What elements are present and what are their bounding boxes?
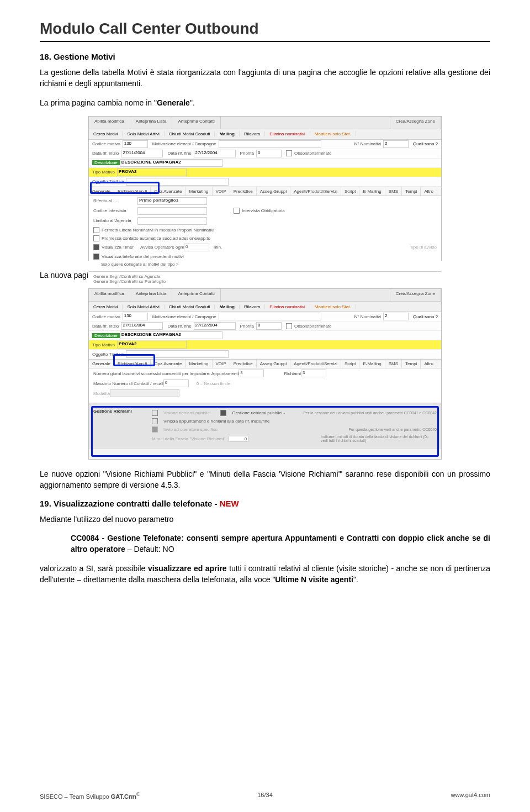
- btn-chiudi-scaduti[interactable]: Chiudi Motivi Scaduti: [165, 131, 215, 136]
- tab[interactable]: Anteprima Contatti: [172, 117, 220, 129]
- btn-mailing[interactable]: Mailing: [215, 131, 240, 136]
- screenshot-richiami: Abilita modifica Anteprima Lista Antepri…: [88, 288, 442, 460]
- tab[interactable]: Abilita modifica: [89, 289, 130, 301]
- tab-predictive[interactable]: Predictive: [230, 187, 257, 196]
- tab-asseg-gruppi[interactable]: Asseg.Gruppi: [257, 187, 290, 196]
- max-recall-field[interactable]: 0: [163, 379, 189, 387]
- avvisa-min-field[interactable]: 0: [184, 244, 209, 251]
- tab[interactable]: Abilita modifica: [89, 117, 130, 129]
- section-18-p1: La gestione della tabella Motivi è stata…: [40, 67, 490, 89]
- tab-sms[interactable]: SMS: [385, 187, 402, 196]
- tab-tempi[interactable]: Tempi: [402, 187, 421, 196]
- tipo-motivo-field[interactable]: PROVA2: [117, 168, 187, 176]
- data-fine-field[interactable]: 27/12/2004: [194, 322, 236, 330]
- obsoleto-checkbox[interactable]: [286, 323, 292, 329]
- tab-sms[interactable]: SMS: [385, 360, 402, 368]
- tab-predictive[interactable]: Predictive: [230, 360, 257, 368]
- btn-mantieni[interactable]: Mantieni solo Stat.: [310, 304, 356, 309]
- tab-tempi[interactable]: Tempi: [402, 360, 421, 368]
- btn-solo-attivi[interactable]: Solo Motivi Attivi: [123, 131, 164, 136]
- intervista-obbl-checkbox[interactable]: [234, 208, 240, 214]
- tab-generale[interactable]: Generale: [89, 360, 114, 368]
- descrizione-field[interactable]: DESCRIZIONE CAMPAGNA2: [120, 159, 222, 167]
- btn-elimina[interactable]: Elimina nominativi: [265, 304, 310, 309]
- label: Genera Segn/Contratti su Portafoglio: [93, 279, 437, 284]
- form-row: Data rif. inizio 27/11/2004 Data rif. fi…: [89, 321, 441, 331]
- codice-motivo-field[interactable]: 130: [123, 313, 148, 320]
- tab-agenti[interactable]: Agenti/Prodotti/Servizi: [290, 187, 341, 196]
- btn-elimina[interactable]: Elimina nominativi: [265, 131, 310, 136]
- tab-script[interactable]: Script: [341, 187, 359, 196]
- btn-rilavora[interactable]: Rilavora: [240, 304, 265, 309]
- obsoleto-checkbox[interactable]: [286, 150, 292, 156]
- page-footer: SISECO – Team Sviluppo GAT.Crm© 16/34 ww…: [40, 792, 490, 800]
- tab[interactable]: Crea/Assegna Zone: [390, 289, 441, 301]
- checkbox[interactable]: [93, 244, 99, 250]
- checkbox[interactable]: [93, 254, 99, 260]
- tab[interactable]: Anteprima Lista: [130, 117, 173, 129]
- motivazione-field[interactable]: [219, 140, 321, 148]
- label: Tipo Motivo: [92, 342, 115, 347]
- highlight-gestione-richiami: [91, 406, 439, 457]
- btn-solo-attivi[interactable]: Solo Motivi Attivi: [123, 304, 164, 309]
- form-row: Solo quelle collegate ai motivi del tipo…: [89, 261, 441, 268]
- label: Codice Intervista: [93, 208, 137, 213]
- tab-emailing[interactable]: E-Mailing: [359, 360, 385, 368]
- data-inizio-field[interactable]: 27/11/2004: [121, 150, 163, 157]
- tab[interactable]: Anteprima Contatti: [172, 289, 220, 301]
- btn-rilavora[interactable]: Rilavora: [240, 131, 265, 136]
- codice-intervista-field[interactable]: [137, 207, 207, 215]
- tab-voip[interactable]: VOIP: [213, 187, 230, 196]
- text: – Default: NO: [125, 545, 174, 553]
- tab-script[interactable]: Script: [341, 360, 359, 368]
- form-row: Numero giorni lavorativi successivi cons…: [89, 368, 441, 378]
- giorni-richiami-field[interactable]: 3: [301, 370, 326, 377]
- label: Motivazione elenchi / Campagne: [152, 314, 216, 319]
- form-row: Visualizza Timer Avvisa Operatore ogni 0…: [89, 242, 441, 252]
- tab-altro[interactable]: Altro: [421, 360, 437, 368]
- title-rule: [40, 41, 490, 42]
- motivazione-field[interactable]: [219, 313, 321, 320]
- riferito-al-field[interactable]: Primo portafoglio1: [137, 197, 207, 205]
- label: Data rif. fine: [167, 151, 191, 156]
- tab-voip[interactable]: VOIP: [213, 360, 230, 368]
- label: Motivazione elenchi / Campagne: [152, 141, 216, 146]
- tab-opz-avanzate[interactable]: Opz.Avanzate: [151, 360, 186, 368]
- tab-emailing[interactable]: E-Mailing: [359, 187, 385, 196]
- tab-asseg-gruppi[interactable]: Asseg.Gruppi: [257, 360, 290, 368]
- data-inizio-field[interactable]: 27/11/2004: [121, 322, 163, 330]
- label: Data rif. inizio: [92, 151, 119, 156]
- label: Permetti Libera Nominativi in modalità P…: [102, 228, 214, 233]
- codice-motivo-field[interactable]: 130: [123, 140, 148, 148]
- btn-quali-sono[interactable]: Quali sono ?: [413, 314, 438, 319]
- agenzia-field[interactable]: [137, 217, 207, 225]
- tipo-motivo-field[interactable]: PROVA2: [117, 341, 187, 349]
- label-descrizione: Descrizione: [92, 333, 120, 338]
- form-row: Massimo Numero di Contatti / recall 0 0 …: [89, 378, 441, 388]
- tab-altro[interactable]: Altro: [421, 187, 437, 196]
- btn-chiudi-scaduti[interactable]: Chiudi Motivi Scaduti: [165, 304, 215, 309]
- data-fine-field[interactable]: 27/12/2004: [194, 150, 236, 157]
- btn-cerca-motivi[interactable]: Cerca Motivi: [89, 131, 123, 136]
- descrizione-field[interactable]: DESCRIZIONE CAMPAGNA2: [120, 331, 222, 339]
- priorita-field[interactable]: 0: [256, 150, 282, 157]
- tab[interactable]: Crea/Assegna Zone: [390, 117, 441, 129]
- btn-mantieni[interactable]: Mantieni solo Stat.: [310, 131, 356, 136]
- tab-marketing[interactable]: Marketing: [186, 360, 212, 368]
- btn-mailing[interactable]: Mailing: [215, 304, 240, 309]
- section-19-p1: Mediante l'utilizzo del nuovo parametro: [40, 514, 490, 525]
- text: valorizzato a SI, sarà possibile: [40, 564, 148, 573]
- tab-marketing[interactable]: Marketing: [186, 187, 212, 196]
- giorni-appuntamenti-field[interactable]: 3: [239, 370, 264, 377]
- btn-cerca-motivi[interactable]: Cerca Motivi: [89, 304, 123, 309]
- btn-quali-sono[interactable]: Quali sono ?: [413, 141, 438, 146]
- tab[interactable]: Anteprima Lista: [130, 289, 173, 301]
- checkbox[interactable]: [93, 235, 99, 241]
- nominativi-field: 2: [383, 140, 409, 148]
- form-row: Modalità: [89, 388, 441, 398]
- label: Massimo Numero di Contatti / recall: [93, 381, 163, 386]
- checkbox[interactable]: [93, 227, 99, 233]
- priorita-field[interactable]: 0: [256, 322, 282, 330]
- tab-agenti[interactable]: Agenti/Prodotti/Servizi: [290, 360, 341, 368]
- label: Avvisa Operatore ogni: [140, 245, 184, 250]
